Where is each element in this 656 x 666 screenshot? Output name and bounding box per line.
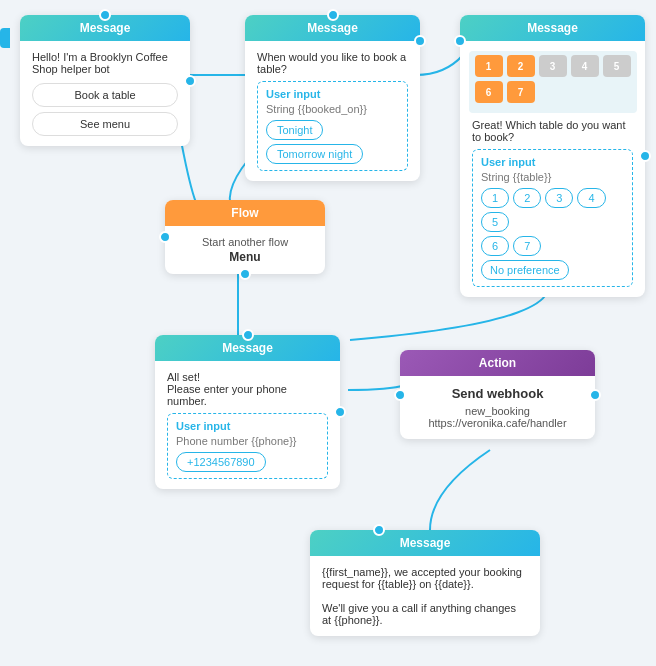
node5-in-dot [242, 329, 254, 341]
node4-line2: Menu [177, 250, 313, 264]
node-message-5: Message All set! Please enter your phone… [155, 335, 340, 489]
chip-2[interactable]: 2 [513, 188, 541, 208]
node-message-7: Message {{first_name}}, we accepted your… [310, 530, 540, 636]
node4-header: Flow [165, 200, 325, 226]
start-button[interactable] [0, 28, 10, 48]
node-action: Action Send webhook new_booking https://… [400, 350, 595, 439]
node1-out-dot [184, 75, 196, 87]
tc4: 4 [571, 55, 599, 77]
node-message-1: Message Hello! I'm a Brooklyn Coffee Sho… [20, 15, 190, 146]
chip-6[interactable]: 6 [481, 236, 509, 256]
node6-out-dot [589, 389, 601, 401]
node2-user-input: User input String {{booked_on}} Tonight … [257, 81, 408, 171]
tc5: 5 [603, 55, 631, 77]
tonight-chip[interactable]: Tonight [266, 120, 323, 140]
node3-user-input: User input String {{table}} 1 2 3 4 5 6 … [472, 149, 633, 287]
node4-line1: Start another flow [177, 236, 313, 248]
tc3: 3 [539, 55, 567, 77]
node3-in-dot [454, 35, 466, 47]
node1-top-dot [99, 9, 111, 21]
node3-header: Message [460, 15, 645, 41]
node5-text2: Please enter your phone number. [167, 383, 328, 407]
node7-header: Message [310, 530, 540, 556]
chip-3[interactable]: 3 [545, 188, 573, 208]
chip-1[interactable]: 1 [481, 188, 509, 208]
chip-7[interactable]: 7 [513, 236, 541, 256]
node3-out-dot [639, 150, 651, 162]
node7-text: {{first_name}}, we accepted your booking… [322, 566, 528, 626]
chip-no-pref[interactable]: No preference [481, 260, 569, 280]
tc7: 7 [507, 81, 535, 103]
node2-top-dot [327, 9, 339, 21]
tc1: 1 [475, 55, 503, 77]
tc6: 6 [475, 81, 503, 103]
phone-chip[interactable]: +1234567890 [176, 452, 266, 472]
node6-line1: new_booking [412, 405, 583, 417]
node5-out-dot [334, 406, 346, 418]
node3-input-label: User input [481, 156, 624, 168]
node5-input-var: Phone number {{phone}} [176, 435, 319, 447]
node7-in-dot [373, 524, 385, 536]
node3-chips-row1: 1 2 3 4 5 [481, 188, 624, 232]
node6-in-dot [394, 389, 406, 401]
node2-text: When would you like to book a table? [257, 51, 408, 75]
node4-in-dot [159, 231, 171, 243]
see-menu-btn[interactable]: See menu [32, 112, 178, 136]
node1-text: Hello! I'm a Brooklyn Coffee Shop helper… [32, 51, 178, 75]
node-message-3: Message 1 2 3 4 5 6 7 Great! Which table… [460, 15, 645, 297]
tc2: 2 [507, 55, 535, 77]
node6-line2: https://veronika.cafe/handler [412, 417, 583, 429]
node2-input-label: User input [266, 88, 399, 100]
node3-text: Great! Which table do you want to book? [472, 119, 633, 143]
node2-input-var: String {{booked_on}} [266, 103, 399, 115]
node-message-2: Message When would you like to book a ta… [245, 15, 420, 181]
node5-text1: All set! [167, 371, 328, 383]
node5-chip-row: +1234567890 [176, 452, 319, 472]
node4-out-dot [239, 268, 251, 280]
node5-input-label: User input [176, 420, 319, 432]
node2-out-dot [414, 35, 426, 47]
node3-chips-row2: 6 7 No preference [481, 236, 624, 280]
chip-5[interactable]: 5 [481, 212, 509, 232]
node2-chips: Tonight Tomorrow night [266, 120, 399, 164]
canvas: Message Hello! I'm a Brooklyn Coffee Sho… [0, 0, 656, 666]
tomorrow-night-chip[interactable]: Tomorrow night [266, 144, 363, 164]
node5-user-input: User input Phone number {{phone}} +12345… [167, 413, 328, 479]
book-table-btn[interactable]: Book a table [32, 83, 178, 107]
node6-title: Send webhook [412, 386, 583, 401]
node3-input-var: String {{table}} [481, 171, 624, 183]
node-flow: Flow Start another flow Menu [165, 200, 325, 274]
table-grid: 1 2 3 4 5 6 7 [475, 55, 631, 103]
node6-header: Action [400, 350, 595, 376]
chip-4[interactable]: 4 [577, 188, 605, 208]
